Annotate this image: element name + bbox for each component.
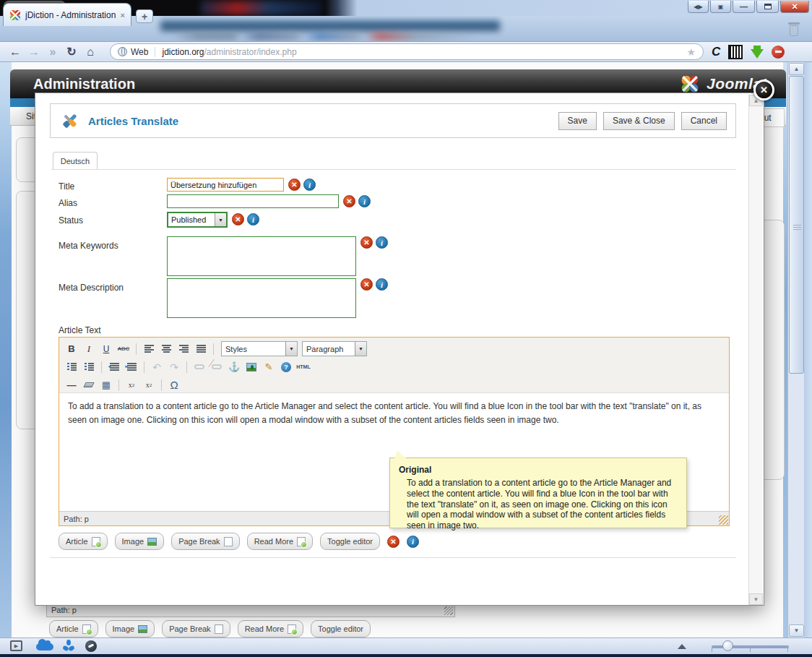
fast-forward-button[interactable]: » bbox=[43, 46, 62, 59]
clear-field-icon[interactable]: ✕ bbox=[387, 536, 399, 548]
forward-button[interactable]: → bbox=[25, 46, 43, 59]
remove-format-icon[interactable] bbox=[81, 378, 97, 392]
info-icon[interactable]: i bbox=[247, 213, 259, 226]
window-tile-button[interactable]: ◀▶ bbox=[688, 1, 709, 13]
opera-unite-icon[interactable] bbox=[62, 640, 75, 653]
new-tab-button[interactable]: + bbox=[136, 9, 153, 23]
bookmark-star-icon[interactable]: ★ bbox=[686, 46, 696, 58]
back-button[interactable]: ← bbox=[6, 46, 25, 59]
info-icon[interactable]: i bbox=[358, 195, 371, 207]
opera-turbo-icon[interactable] bbox=[85, 640, 97, 652]
pagebreak-button[interactable]: Page Break bbox=[162, 620, 230, 637]
opera-turbo-icon[interactable]: C bbox=[712, 45, 720, 59]
article-button[interactable]: Article bbox=[49, 620, 98, 637]
chevron-down-icon[interactable]: ▼ bbox=[215, 213, 226, 226]
redo-icon[interactable]: ↷ bbox=[166, 360, 182, 374]
url-field[interactable]: Web jdiction.org/administrator/index.php… bbox=[110, 43, 704, 60]
special-char-icon[interactable]: Ω bbox=[166, 378, 182, 392]
resize-handle-icon[interactable] bbox=[444, 606, 453, 615]
zoom-slider-thumb[interactable] bbox=[722, 640, 733, 651]
toggle-editor-button[interactable]: Toggle editor bbox=[320, 533, 380, 550]
toggle-editor-button[interactable]: Toggle editor bbox=[311, 620, 371, 637]
scroll-up-icon[interactable]: ▲ bbox=[789, 63, 804, 75]
alias-input[interactable] bbox=[167, 194, 339, 208]
zoom-expand-icon[interactable] bbox=[678, 644, 686, 649]
horizontal-rule-icon[interactable]: — bbox=[64, 378, 79, 392]
closed-tabs-trash-icon[interactable] bbox=[787, 22, 800, 37]
underline-icon[interactable]: U bbox=[98, 342, 114, 356]
clear-field-icon[interactable]: ✕ bbox=[232, 213, 244, 226]
clear-field-icon[interactable]: ✕ bbox=[360, 278, 373, 291]
browser-scrollbar[interactable]: ▲ ▼ bbox=[787, 62, 804, 637]
close-window-button[interactable]: ✕ bbox=[780, 1, 809, 13]
italic-icon[interactable]: I bbox=[81, 342, 97, 356]
readmore-button[interactable]: Read More bbox=[247, 533, 313, 550]
clear-field-icon[interactable]: ✕ bbox=[343, 195, 355, 207]
pagebreak-button[interactable]: Page Break bbox=[171, 533, 239, 550]
content-block-icon[interactable] bbox=[772, 46, 785, 59]
web-badge[interactable]: Web bbox=[118, 47, 155, 57]
opera-link-cloud-icon[interactable] bbox=[36, 643, 53, 650]
scrollbar-thumb[interactable] bbox=[789, 76, 804, 374]
insert-table-icon[interactable]: ▦ bbox=[98, 378, 114, 392]
modal-close-button[interactable]: ✕ bbox=[753, 80, 774, 100]
scroll-down-icon[interactable]: ▼ bbox=[749, 593, 763, 605]
anchor-icon[interactable]: ⚓ bbox=[226, 360, 242, 374]
scroll-down-icon[interactable]: ▼ bbox=[789, 624, 804, 637]
info-icon[interactable]: i bbox=[376, 236, 388, 249]
reload-button[interactable]: ↻ bbox=[62, 45, 81, 59]
save-close-button[interactable]: Save & Close bbox=[603, 112, 675, 130]
title-input[interactable] bbox=[167, 178, 284, 192]
chevron-down-icon[interactable]: ▼ bbox=[285, 342, 297, 356]
align-justify-icon[interactable] bbox=[193, 342, 209, 356]
info-icon[interactable]: i bbox=[376, 278, 388, 291]
subscript-icon[interactable]: x2 bbox=[124, 378, 139, 392]
insert-image-icon[interactable] bbox=[243, 360, 259, 374]
unlink-icon[interactable] bbox=[209, 360, 225, 374]
undo-icon[interactable]: ↶ bbox=[149, 360, 165, 374]
clear-field-icon[interactable]: ✕ bbox=[288, 179, 301, 191]
cancel-button[interactable]: Cancel bbox=[681, 112, 727, 130]
format-select[interactable]: Paragraph ▼ bbox=[302, 341, 367, 356]
align-center-icon[interactable] bbox=[158, 342, 174, 356]
status-select[interactable]: Published ▼ bbox=[167, 212, 228, 228]
readmore-button[interactable]: Read More bbox=[238, 620, 303, 637]
superscript-icon[interactable]: x2 bbox=[141, 378, 157, 392]
chevron-down-icon[interactable]: ▼ bbox=[355, 342, 366, 356]
minimize-button[interactable]: — bbox=[733, 1, 755, 13]
strikethrough-icon[interactable]: ABC bbox=[116, 342, 131, 356]
meta-description-textarea[interactable] bbox=[167, 278, 356, 318]
download-arrow-icon[interactable] bbox=[751, 49, 764, 59]
tab-close-icon[interactable]: × bbox=[121, 11, 125, 20]
html-source-icon[interactable]: HTML bbox=[295, 360, 311, 374]
panels-toggle-icon[interactable]: ▶ bbox=[10, 640, 22, 651]
tab-deutsch[interactable]: Deutsch bbox=[53, 152, 98, 170]
indent-icon[interactable] bbox=[124, 360, 139, 374]
bold-icon[interactable]: B bbox=[64, 342, 79, 356]
cleanup-icon[interactable]: ✎ bbox=[261, 360, 277, 374]
modal-scrollbar[interactable]: ▲ ▼ bbox=[748, 95, 762, 605]
maximize-button[interactable] bbox=[756, 1, 779, 13]
image-button[interactable]: Image bbox=[105, 620, 155, 637]
help-icon[interactable]: ? bbox=[278, 360, 294, 374]
image-button[interactable]: Image bbox=[115, 533, 165, 550]
outdent-icon[interactable] bbox=[106, 360, 122, 374]
align-left-icon[interactable] bbox=[141, 342, 157, 356]
clear-field-icon[interactable]: ✕ bbox=[360, 236, 373, 249]
meta-keywords-textarea[interactable] bbox=[167, 236, 356, 276]
url-text[interactable]: jdiction.org/administrator/index.php bbox=[162, 47, 686, 57]
article-button[interactable]: Article bbox=[59, 533, 108, 550]
info-icon[interactable]: i bbox=[407, 536, 419, 548]
info-icon[interactable]: i bbox=[303, 179, 316, 191]
resize-handle-icon[interactable] bbox=[719, 515, 728, 525]
align-right-icon[interactable] bbox=[176, 342, 191, 356]
extension-qr-icon[interactable] bbox=[728, 45, 743, 59]
link-icon[interactable] bbox=[191, 360, 207, 374]
bullet-list-icon[interactable] bbox=[64, 360, 79, 374]
browser-tab[interactable]: jDiction - Administration × bbox=[3, 3, 131, 26]
window-panel-button[interactable]: ▣ bbox=[710, 1, 731, 13]
save-button[interactable]: Save bbox=[558, 112, 597, 130]
home-button[interactable]: ⌂ bbox=[81, 46, 100, 59]
styles-select[interactable]: Styles ▼ bbox=[221, 341, 298, 356]
numbered-list-icon[interactable] bbox=[81, 360, 97, 374]
